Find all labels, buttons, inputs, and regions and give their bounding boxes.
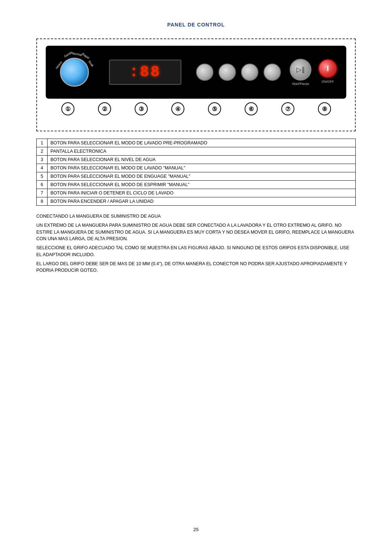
number-7: ⑦	[281, 102, 294, 115]
onoff-button[interactable]: I	[318, 59, 338, 78]
manual-buttons-group	[196, 63, 281, 81]
row-number: 4	[37, 164, 48, 172]
row-text: BOTON PARA SELECCIONAR EL MODO DE ESPRIM…	[48, 181, 356, 189]
table-row: 6BOTON PARA SELECCIONAR EL MODO DE ESPRI…	[37, 181, 356, 189]
onoff-label: ON/OFF	[322, 80, 334, 83]
row-text: BOTON PARA ENCENDER / APAGAR LA UNIDAD	[48, 197, 356, 206]
numbers-row: ① ② ③ ④ ⑤ ⑥ ⑦ ⑧	[46, 99, 346, 115]
body-paragraph-1: CONECTANDO LA MANGUERA DE SUMINISTRO DE …	[36, 213, 356, 220]
row-text: BOTON PARA SELECCIONAR EL MODO DE LAVADO…	[48, 164, 356, 172]
onoff-group: I ON/OFF	[318, 59, 338, 83]
body-paragraph-4: EL LARGO DEL GRIFO DEBE SER DE MAS DE 10…	[36, 260, 356, 274]
row-text: BOTON PARA INICIAR O DETENER EL CICLO DE…	[48, 189, 356, 197]
table-row: 2PANTALLA ELECTRONICA	[37, 147, 356, 156]
water-level-button[interactable]	[196, 63, 213, 81]
wash-manual-button[interactable]	[219, 63, 236, 81]
number-4: ④	[171, 102, 184, 115]
number-3: ③	[135, 102, 148, 115]
number-8: ⑧	[318, 102, 331, 115]
row-number: 5	[37, 172, 48, 181]
cycle-knob[interactable]	[60, 58, 89, 87]
start-pause-group: ▷∥ Start/Pause	[290, 59, 311, 86]
table-row: 3BOTON PARA SELECCIONAR EL NIVEL DE AGUA	[37, 156, 356, 164]
number-2: ②	[98, 102, 111, 115]
row-number: 1	[37, 139, 48, 147]
row-number: 8	[37, 197, 48, 206]
body-paragraph-3: SELECCIONE EL GRIFO ADECUADO TAL COMO SE…	[36, 245, 356, 258]
spin-manual-button[interactable]	[264, 63, 281, 81]
body-text: CONECTANDO LA MANGUERA DE SUMINISTRO DE …	[36, 213, 356, 276]
panel-inner: Gentle Normal Rapid Heavy Soak :88 ▷∥ St…	[46, 46, 346, 99]
table-row: 1BOTON PARA SELECCIONAR EL MODO DE LAVAD…	[37, 139, 356, 147]
body-paragraph-2: UN EXTREMO DE LA MANGUERA PARA SUMINISTR…	[36, 222, 356, 242]
start-pause-label: Start/Pause	[292, 82, 309, 86]
number-5: ⑤	[208, 102, 221, 115]
table-row: 4BOTON PARA SELECCIONAR EL MODO DE LAVAD…	[37, 164, 356, 172]
row-number: 6	[37, 181, 48, 189]
onoff-symbol: I	[327, 64, 329, 73]
table-row: 7BOTON PARA INICIAR O DETENER EL CICLO D…	[37, 189, 356, 197]
electronic-display: :88	[109, 59, 181, 85]
row-text: BOTON PARA SELECCIONAR EL MODO DE ENGUAG…	[48, 172, 356, 181]
page-title: PANEL DE CONTROL	[167, 22, 225, 28]
table-row: 5BOTON PARA SELECCIONAR EL MODO DE ENGUA…	[37, 172, 356, 181]
cycle-knob-section: Gentle Normal Rapid Heavy Soak	[54, 52, 94, 92]
row-text: BOTON PARA SELECCIONAR EL MODO DE LAVADO…	[48, 139, 356, 147]
page-number: 25	[193, 512, 199, 532]
info-table: 1BOTON PARA SELECCIONAR EL MODO DE LAVAD…	[36, 139, 356, 206]
start-pause-button[interactable]: ▷∥	[290, 59, 311, 81]
right-controls: ▷∥ Start/Pause I ON/OFF	[290, 59, 338, 86]
number-6: ⑥	[245, 102, 258, 115]
label-gentle: Gentle	[64, 50, 73, 58]
display-digits: :88	[129, 63, 161, 81]
row-number: 7	[37, 189, 48, 197]
row-text: BOTON PARA SELECCIONAR EL NIVEL DE AGUA	[48, 156, 356, 164]
panel-diagram: Gentle Normal Rapid Heavy Soak :88 ▷∥ St…	[36, 38, 356, 131]
number-1: ①	[61, 102, 74, 115]
table-row: 8BOTON PARA ENCENDER / APAGAR LA UNIDAD	[37, 197, 356, 206]
label-normal: Normal	[72, 52, 82, 57]
label-rapid: Rapid	[81, 52, 90, 59]
row-text: PANTALLA ELECTRONICA	[48, 147, 356, 156]
row-number: 2	[37, 147, 48, 156]
play-pause-icon: ▷∥	[297, 66, 305, 74]
row-number: 3	[37, 156, 48, 164]
label-soak: Soak	[87, 59, 94, 67]
rinse-manual-button[interactable]	[241, 63, 258, 81]
